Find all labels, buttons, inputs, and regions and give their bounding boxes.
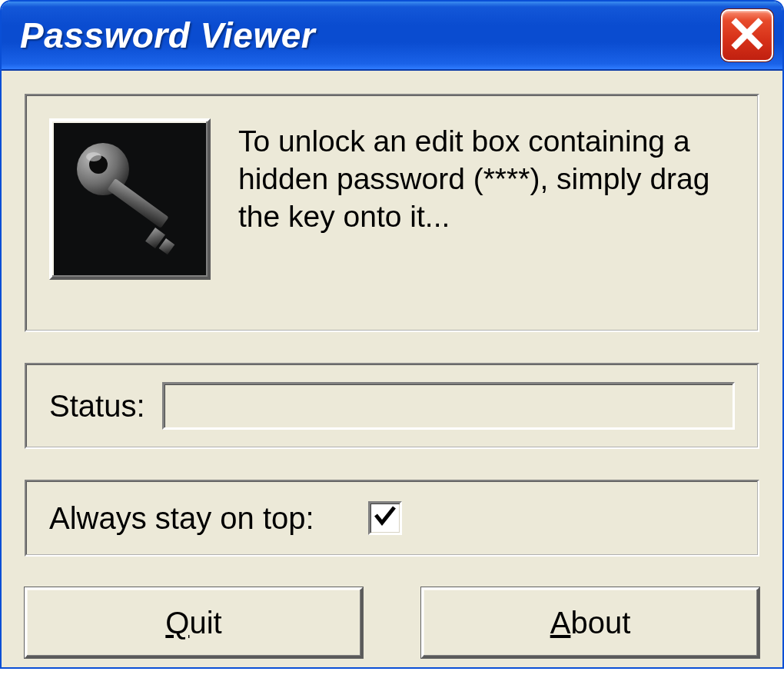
- stay-on-top-label: Always stay on top:: [49, 501, 314, 536]
- stay-on-top-panel: Always stay on top:: [25, 480, 759, 557]
- checkmark-icon: [373, 504, 397, 532]
- close-button[interactable]: [721, 9, 773, 61]
- status-field: [162, 382, 735, 430]
- stay-on-top-checkbox[interactable]: [368, 501, 402, 535]
- about-button-label: About: [550, 606, 631, 640]
- window-title: Password Viewer: [20, 15, 315, 56]
- instruction-panel: To unlock an edit box containing a hidde…: [25, 94, 759, 332]
- status-panel: Status:: [25, 363, 759, 449]
- key-icon: [65, 132, 195, 266]
- client-area: To unlock an edit box containing a hidde…: [2, 71, 782, 669]
- button-row: Quit About: [25, 587, 759, 658]
- password-viewer-window: Password Viewer: [0, 0, 784, 669]
- about-button[interactable]: About: [421, 587, 759, 658]
- title-bar[interactable]: Password Viewer: [2, 2, 782, 71]
- svg-point-5: [86, 152, 101, 161]
- key-drag-tile[interactable]: [49, 118, 211, 280]
- close-icon: [731, 18, 763, 53]
- quit-button[interactable]: Quit: [25, 587, 363, 658]
- status-label: Status:: [49, 389, 145, 424]
- svg-rect-4: [159, 238, 175, 254]
- quit-button-label: Quit: [165, 606, 221, 640]
- instruction-text: To unlock an edit box containing a hidde…: [238, 118, 735, 235]
- svg-rect-2: [107, 178, 168, 228]
